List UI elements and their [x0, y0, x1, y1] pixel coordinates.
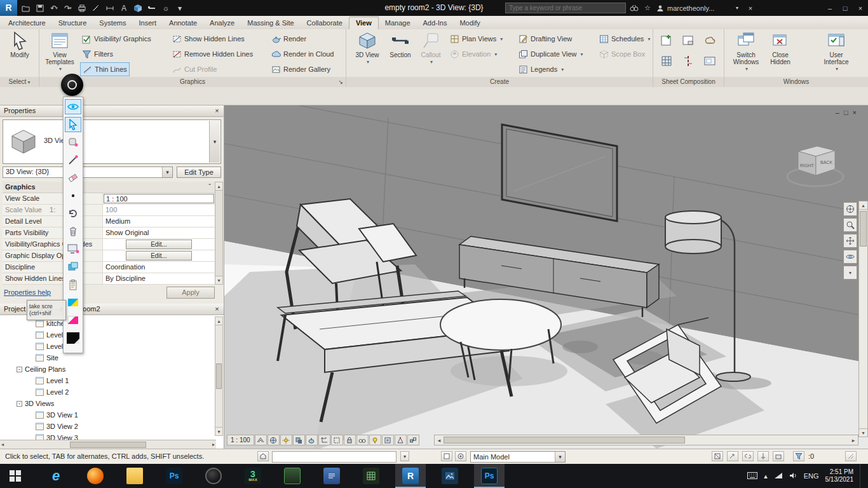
capture-trash-icon[interactable]: [65, 224, 81, 239]
capture-clipboard-icon[interactable]: [65, 277, 81, 292]
render-sun-icon[interactable]: ☼: [159, 2, 172, 15]
switch-windows-button[interactable]: Switch Windows▾: [729, 30, 763, 76]
taskbar-photoshop-icon[interactable]: Ps: [159, 464, 189, 488]
infocenter-search-input[interactable]: [505, 3, 626, 13]
infocenter-close-icon[interactable]: ×: [745, 0, 756, 16]
revisions-icon[interactable]: [702, 33, 718, 48]
tab-systems[interactable]: Systems: [93, 17, 132, 29]
tab-collaborate[interactable]: Collaborate: [301, 17, 349, 29]
undo-icon[interactable]: ↶▾: [48, 2, 60, 15]
default-3d-view-icon[interactable]: [132, 2, 144, 15]
help-dropdown-icon[interactable]: ▾: [732, 0, 742, 16]
edit-type-button[interactable]: Edit Type: [177, 166, 221, 178]
swatch-black-icon[interactable]: [65, 330, 81, 346]
design-options-icon[interactable]: [455, 451, 466, 461]
design-option-dropdown-icon[interactable]: ▾: [555, 452, 565, 462]
tab-view[interactable]: View: [349, 17, 379, 29]
prop-row-graphic-display[interactable]: Graphic Display Options Edit...: [3, 250, 215, 262]
shadows-icon[interactable]: [293, 435, 305, 445]
revit-logo[interactable]: R: [0, 0, 17, 16]
drawing-area[interactable]: RIGHT BACK – □ × ▾ ▴ ▾ 1 : 100 ◂: [224, 105, 868, 449]
selection-filter-icon[interactable]: [793, 451, 804, 461]
tab-add-ins[interactable]: Add-Ins: [417, 17, 454, 29]
prop-row-discipline[interactable]: Discipline Coordination: [3, 262, 215, 273]
viewport-vertical-scrollbar[interactable]: ▴ ▾: [858, 201, 868, 437]
analytical-model-icon[interactable]: [395, 435, 407, 445]
reveal-hidden-elements-icon[interactable]: [369, 435, 381, 445]
browser-horizontal-scrollbar[interactable]: ◂ ▸: [0, 440, 216, 449]
measure-icon[interactable]: [90, 2, 102, 15]
select-links-icon[interactable]: [742, 451, 754, 461]
scroll-up-icon[interactable]: ▴: [859, 201, 867, 210]
view-minimize-icon[interactable]: –: [836, 109, 839, 116]
scroll-left-icon[interactable]: ◂: [1, 442, 4, 447]
view-restore-icon[interactable]: □: [844, 109, 848, 116]
expander-icon[interactable]: -: [17, 367, 22, 372]
search-binoculars-icon[interactable]: [628, 0, 641, 16]
aligned-dimension-icon[interactable]: [104, 2, 116, 15]
capture-screen-icon[interactable]: [65, 241, 81, 257]
print-icon[interactable]: [76, 2, 88, 15]
taskbar-photos-icon[interactable]: [435, 464, 465, 488]
start-button[interactable]: [0, 464, 31, 488]
scroll-down-icon[interactable]: ▾: [215, 276, 222, 284]
pan-icon[interactable]: [843, 234, 857, 248]
callout-button[interactable]: Callout▾: [414, 30, 447, 76]
section-button[interactable]: Section: [384, 30, 417, 76]
scroll-down-icon[interactable]: ▾: [215, 427, 222, 435]
render-button[interactable]: Render: [269, 32, 308, 46]
remove-hidden-lines-button[interactable]: Remove Hidden Lines: [170, 47, 255, 61]
tab-structure[interactable]: Structure: [52, 17, 93, 29]
view-combo-dropdown-icon[interactable]: ▾: [162, 167, 172, 177]
window-close-button[interactable]: ×: [853, 0, 868, 16]
viewcube-front-label[interactable]: RIGHT: [800, 163, 815, 168]
type-selector-dropdown-icon[interactable]: ▾: [209, 121, 220, 163]
render-in-cloud-button[interactable]: Render in Cloud: [269, 47, 336, 61]
view-scale-button[interactable]: 1 : 100: [227, 435, 254, 445]
taskbar-photoshop-2-icon[interactable]: Ps: [474, 464, 505, 488]
scroll-right-icon[interactable]: ▸: [849, 437, 858, 444]
crop-view-icon[interactable]: [318, 435, 330, 445]
scroll-down-icon[interactable]: ▾: [859, 428, 867, 437]
text-icon[interactable]: A: [118, 2, 130, 15]
tree-group-3d-views[interactable]: -3D Views: [0, 398, 54, 409]
cut-profile-button[interactable]: Cut Profile: [170, 62, 219, 76]
taskbar-firefox-icon[interactable]: [80, 464, 111, 488]
capture-eye-icon[interactable]: [65, 99, 81, 114]
graphics-panel-launcher-icon[interactable]: ↘: [338, 77, 343, 87]
swatch-magenta-icon[interactable]: [65, 313, 81, 328]
select-underlay-icon[interactable]: [773, 451, 784, 461]
elevation-button[interactable]: Elevation▾: [448, 47, 499, 61]
scroll-up-icon[interactable]: ▴: [215, 317, 222, 325]
discipline-value[interactable]: Coordination: [103, 262, 215, 273]
account-person-icon[interactable]: [654, 0, 666, 16]
navbar-more-icon[interactable]: ▾: [843, 266, 857, 280]
displacement-icon[interactable]: [407, 435, 419, 445]
viewcube-side-label[interactable]: BACK: [820, 160, 832, 165]
show-desktop-button[interactable]: [860, 464, 863, 488]
tab-architecture[interactable]: Architecture: [2, 17, 52, 29]
status-dropdown-icon[interactable]: ▾: [400, 451, 409, 461]
capture-dot-icon[interactable]: [65, 188, 81, 203]
properties-close-icon[interactable]: ×: [212, 106, 222, 116]
viewport-horizontal-scrollbar[interactable]: ◂ ▸: [434, 435, 858, 445]
press-drag-icon[interactable]: [727, 451, 738, 461]
prop-row-vg-overrides[interactable]: Visibility/Graphics Overrides Edit...: [3, 239, 215, 250]
taskbar-3dsmax-icon[interactable]: 3MAX: [238, 464, 268, 488]
graphic-display-edit-button[interactable]: Edit...: [126, 251, 192, 261]
signed-in-username[interactable]: marcetheonly...: [667, 0, 731, 16]
graphics-panel-label[interactable]: Graphics ↘: [39, 77, 346, 87]
qat-customize-icon[interactable]: ▾: [173, 2, 186, 15]
view-templates-button[interactable]: View Templates▾: [43, 30, 76, 76]
window-maximize-button[interactable]: □: [837, 0, 853, 16]
scroll-up-icon[interactable]: ▴: [215, 182, 222, 191]
properties-scrollbar[interactable]: ▴ ▾: [215, 182, 223, 285]
redo-icon[interactable]: ↷▾: [62, 2, 74, 15]
schedules-button[interactable]: Schedules▾: [597, 32, 652, 46]
lock-view-icon[interactable]: [344, 435, 356, 445]
render-gallery-button[interactable]: Render Gallery: [269, 62, 332, 76]
properties-help-link[interactable]: Properties help: [4, 288, 51, 296]
expander-icon[interactable]: -: [17, 401, 22, 407]
view-scale-value[interactable]: 1 : 100: [104, 194, 214, 203]
drafting-view-button[interactable]: Drafting View: [517, 32, 574, 46]
